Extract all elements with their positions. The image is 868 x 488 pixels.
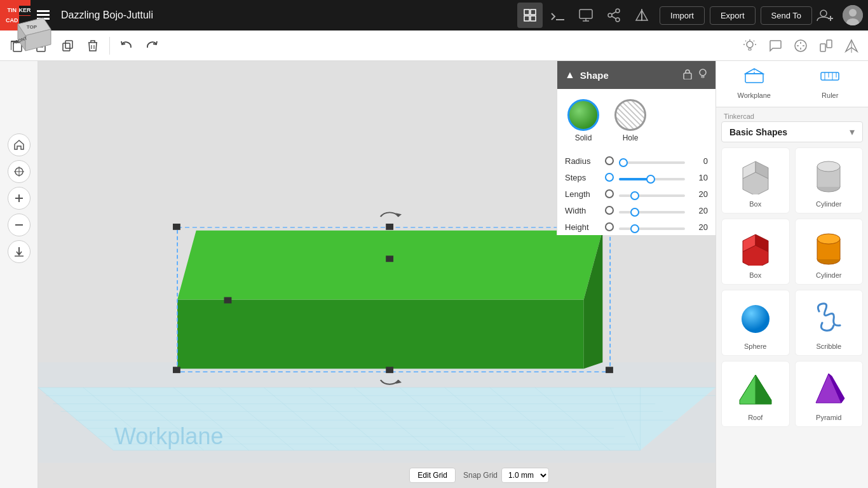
- cylinder-orange-icon: [806, 224, 851, 269]
- width-slider-wrap: [619, 205, 685, 216]
- solid-circle: [567, 99, 599, 131]
- ruler-icon: [820, 67, 840, 89]
- shapes-dropdown[interactable]: Basic Shapes ▾: [721, 121, 863, 142]
- roof-name: Roof: [748, 414, 763, 421]
- sim-button[interactable]: [573, 3, 599, 28]
- snap-grid-select[interactable]: 0.1 mm 0.5 mm 1.0 mm 2.0 mm 5.0 mm: [501, 468, 549, 483]
- shape-type-row: Solid Hole: [557, 89, 715, 152]
- download-button[interactable]: [8, 240, 31, 263]
- 3d-view-button[interactable]: [517, 3, 543, 28]
- zoom-out-button[interactable]: [8, 214, 31, 236]
- svg-line-14: [612, 17, 616, 19]
- width-label: Width: [565, 206, 600, 215]
- svg-point-130: [742, 305, 770, 333]
- shape-pyramid-purple[interactable]: Pyramid: [795, 361, 864, 427]
- shape-panel-collapse-button[interactable]: ▲: [565, 69, 575, 81]
- shape-box-red[interactable]: Box: [721, 219, 790, 285]
- shapes-dropdown-arrow-icon: ▾: [850, 126, 855, 138]
- group-icon[interactable]: [815, 34, 837, 57]
- width-value: 20: [690, 206, 708, 215]
- height-slider[interactable]: [619, 227, 685, 230]
- svg-rect-30: [63, 43, 70, 51]
- fit-view-button[interactable]: [8, 160, 31, 183]
- measure-icon[interactable]: [789, 34, 812, 57]
- radius-slider-wrap: [619, 155, 685, 166]
- import-button[interactable]: Import: [660, 6, 705, 25]
- svg-point-13: [616, 18, 620, 22]
- workplane-label-btn: Workplane: [738, 92, 771, 99]
- svg-rect-106: [745, 74, 763, 83]
- svg-rect-31: [65, 41, 72, 48]
- hole-option[interactable]: Hole: [614, 99, 646, 142]
- shape-box-gray[interactable]: Box: [721, 147, 790, 214]
- shape-scribble[interactable]: Scribble: [795, 290, 864, 356]
- svg-rect-3: [524, 10, 529, 15]
- svg-rect-8: [580, 10, 592, 18]
- zoom-in-button[interactable]: [8, 187, 31, 210]
- shape-properties: Radius 0 Steps 10: [557, 152, 715, 235]
- share-button[interactable]: [601, 3, 627, 28]
- workplane-ruler-row: Workplane Ruler: [716, 61, 868, 107]
- ruler-label-btn: Ruler: [822, 92, 838, 99]
- ruler-button[interactable]: Ruler: [792, 61, 869, 107]
- comment-icon[interactable]: [764, 34, 787, 57]
- shape-roof-green[interactable]: Roof: [721, 361, 790, 427]
- pyramid-purple-icon: [806, 367, 851, 411]
- width-marker: [605, 206, 614, 215]
- svg-line-39: [745, 41, 746, 41]
- svg-point-19: [820, 10, 827, 17]
- redo-button[interactable]: [140, 34, 163, 57]
- export-button[interactable]: Export: [710, 6, 756, 25]
- workplane-icon: [744, 67, 764, 89]
- home-view-button[interactable]: [8, 133, 31, 156]
- height-row: Height 20: [557, 219, 715, 235]
- radius-label: Radius: [565, 156, 600, 166]
- svg-marker-133: [740, 375, 756, 404]
- left-panel: TOP FRONT: [0, 61, 38, 488]
- main-area: TOP FRONT: [0, 61, 868, 488]
- shape-panel-lock-icon[interactable]: [682, 68, 693, 82]
- box-red-icon: [733, 224, 778, 269]
- shape-panel-bulb-icon[interactable]: [698, 68, 708, 82]
- toolbar: [0, 30, 868, 61]
- viewport[interactable]: Workplane ▲ Shape Solid: [38, 61, 715, 488]
- svg-point-104: [700, 69, 706, 76]
- shape-panel: ▲ Shape Solid Hole: [557, 61, 715, 235]
- solid-label: Solid: [575, 133, 592, 142]
- height-value: 20: [690, 222, 708, 232]
- shape-cylinder-gray[interactable]: Cylinder: [795, 147, 864, 214]
- mirror-button[interactable]: [629, 3, 654, 28]
- shape-cylinder-orange[interactable]: Cylinder: [795, 219, 864, 285]
- radius-marker: [605, 156, 614, 165]
- svg-point-11: [616, 9, 620, 13]
- height-slider-wrap: [619, 221, 685, 233]
- add-user-button[interactable]: [815, 5, 835, 25]
- svg-rect-47: [827, 40, 832, 48]
- hole-label: Hole: [623, 133, 639, 142]
- codeblocks-button[interactable]: [545, 3, 571, 28]
- solid-option[interactable]: Solid: [567, 99, 599, 142]
- svg-rect-46: [820, 44, 825, 51]
- svg-rect-4: [531, 10, 536, 15]
- shape-sphere-blue[interactable]: Sphere: [721, 290, 790, 356]
- radius-slider[interactable]: [619, 161, 685, 164]
- send-to-button[interactable]: Send To: [761, 6, 812, 25]
- svg-rect-35: [749, 48, 751, 50]
- cylinder-orange-name: Cylinder: [816, 271, 841, 279]
- shape-panel-header: ▲ Shape: [557, 61, 715, 89]
- light-icon[interactable]: [738, 34, 761, 57]
- avatar[interactable]: [843, 5, 863, 25]
- delete-button[interactable]: [81, 34, 104, 57]
- steps-slider[interactable]: [619, 178, 685, 180]
- svg-point-129: [817, 234, 840, 244]
- snap-grid-row: Snap Grid 0.1 mm 0.5 mm 1.0 mm 2.0 mm 5.…: [463, 468, 549, 483]
- align-icon[interactable]: [840, 34, 863, 57]
- length-slider[interactable]: [619, 194, 685, 197]
- edit-grid-button[interactable]: Edit Grid: [409, 468, 456, 483]
- box-gray-icon: [733, 153, 778, 198]
- svg-line-15: [612, 12, 616, 15]
- roof-green-icon: [733, 367, 778, 411]
- undo-button[interactable]: [115, 34, 138, 57]
- workplane-button[interactable]: Workplane: [716, 61, 792, 107]
- width-slider[interactable]: [619, 211, 685, 214]
